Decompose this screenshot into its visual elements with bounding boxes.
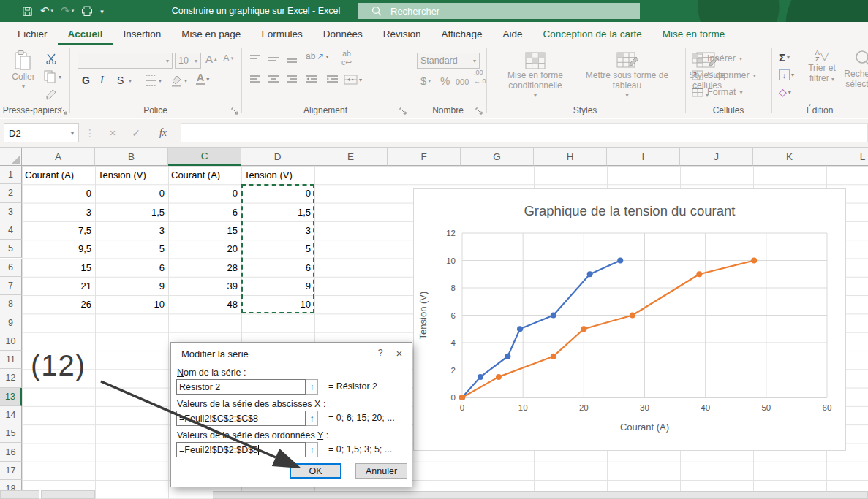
align-right-button[interactable] [286, 75, 298, 84]
row-header-2[interactable]: 2 [0, 184, 22, 202]
save-icon[interactable] [22, 6, 33, 17]
undo-caret-icon[interactable]: ▾ [51, 8, 54, 14]
cell-C5[interactable]: 20 [168, 240, 241, 258]
clear-button[interactable]: ◇ ▾ [779, 86, 791, 98]
row-header-1[interactable]: 1 [0, 166, 22, 184]
print-preview-icon[interactable] [81, 6, 93, 17]
decrease-decimal-button[interactable]: .00 [474, 69, 483, 76]
cell-B1[interactable]: Tension (V) [95, 166, 168, 184]
paste-button[interactable]: Coller ▾ [7, 50, 39, 92]
cell-A8[interactable]: 26 [22, 295, 95, 313]
series-y-input[interactable]: =Feuil2!$D$2:$D$8 [176, 442, 306, 457]
row-header-15[interactable]: 15 [0, 424, 22, 443]
sheet-nav-strip[interactable] [0, 490, 39, 499]
series-x-range-button[interactable]: ↑ [306, 411, 318, 426]
font-size-select[interactable]: 10▾ [175, 53, 201, 69]
chart-object[interactable]: 0102030405060024681012Graphique de la te… [413, 188, 846, 451]
row-header-11[interactable]: 11 [0, 351, 22, 369]
column-header-A[interactable]: A [22, 148, 95, 166]
name-box-caret-icon[interactable]: ▾ [71, 130, 74, 137]
cell-A7[interactable]: 21 [22, 277, 95, 295]
row-header-9[interactable]: 9 [0, 313, 22, 332]
thousands-format-button[interactable]: 000 [456, 77, 469, 86]
fill-button[interactable]: ↓ ▾ [779, 69, 794, 80]
insert-cells-button[interactable]: Insérer ▾ [692, 53, 742, 64]
name-box[interactable]: D2 ▾ [4, 123, 79, 142]
formula-bar-grip-icon[interactable]: ⋮ [85, 123, 95, 142]
column-header-D[interactable]: D [241, 148, 314, 166]
underline-caret-icon[interactable]: ▾ [129, 77, 132, 84]
merge-center-button[interactable]: ▾ [344, 75, 362, 85]
borders-button[interactable]: ▾ [145, 75, 162, 87]
format-as-table-button[interactable]: Mettre sous forme de tableau ▾ [581, 51, 673, 101]
dialog-close-button[interactable]: × [391, 347, 407, 360]
cell-A4[interactable]: 7,5 [22, 221, 95, 240]
align-middle-button[interactable] [268, 54, 279, 64]
row-header-16[interactable]: 16 [0, 443, 22, 462]
cell-C3[interactable]: 6 [168, 203, 241, 221]
align-left-button[interactable] [249, 75, 261, 84]
series-name-range-button[interactable]: ↑ [306, 379, 318, 395]
number-format-select[interactable]: Standard▾ [417, 53, 480, 69]
column-header-E[interactable]: E [314, 148, 388, 166]
tab-mise-en-page[interactable]: Mise en page [171, 22, 251, 45]
police-dialog-launcher-icon[interactable] [231, 107, 238, 117]
horizontal-scrollbar[interactable] [213, 491, 868, 499]
cell-A1[interactable]: Courant (A) [22, 166, 95, 184]
tab-conception-de-la-carte[interactable]: Conception de la carte [533, 22, 652, 45]
column-header-I[interactable]: I [607, 148, 680, 166]
align-bottom-button[interactable] [286, 54, 298, 64]
tab-insertion[interactable]: Insertion [113, 22, 172, 45]
fill-color-button[interactable]: ▾ [170, 75, 187, 87]
cancel-button[interactable]: Annuler [355, 463, 407, 479]
row-header-13[interactable]: 13 [0, 388, 22, 406]
currency-format-button[interactable]: $▾ [420, 75, 431, 87]
column-header-H[interactable]: H [534, 148, 607, 166]
tab-fichier[interactable]: Fichier [7, 22, 58, 45]
series-y-range-button[interactable]: ↑ [306, 442, 318, 457]
ok-button[interactable]: OK [290, 463, 341, 479]
tab-affichage[interactable]: Affichage [431, 22, 492, 45]
copy-button[interactable]: ▾ [44, 70, 61, 83]
tab-accueil[interactable]: Accueil [58, 22, 113, 45]
align-top-button[interactable] [249, 54, 261, 64]
font-name-select[interactable]: ▾ [78, 53, 173, 69]
cell-C2[interactable]: 0 [168, 184, 241, 202]
column-header-F[interactable]: F [388, 148, 461, 166]
cell-B3[interactable]: 1,5 [95, 203, 168, 221]
cancel-entry-button[interactable]: × [104, 123, 121, 142]
cell-A2[interactable]: 0 [22, 184, 95, 202]
nombre-dialog-launcher-icon[interactable] [475, 107, 483, 117]
cell-A3[interactable]: 3 [22, 203, 95, 221]
grow-font-button[interactable]: A▴ [205, 53, 217, 65]
tab-aide[interactable]: Aide [493, 22, 533, 45]
cell-C1[interactable]: Courant (A) [168, 166, 241, 184]
column-header-B[interactable]: B [95, 148, 168, 166]
italic-button[interactable]: I [100, 75, 104, 86]
tab-formules[interactable]: Formules [251, 22, 312, 45]
percent-format-button[interactable]: % [440, 75, 450, 87]
cell-C4[interactable]: 15 [168, 221, 241, 240]
decrease-indent-button[interactable] [306, 75, 318, 84]
row-header-7[interactable]: 7 [0, 277, 22, 295]
delete-cells-button[interactable]: Supprimer ▾ [692, 70, 756, 80]
series-name-input[interactable]: Résistor 2 [176, 379, 306, 395]
format-cells-button[interactable]: Format ▾ [692, 87, 743, 97]
column-header-C[interactable]: C [168, 148, 241, 166]
autosum-button[interactable]: Σ ▾ [779, 51, 790, 64]
sheet-tab-strip[interactable] [41, 490, 95, 499]
customize-qat-icon[interactable]: ▾ [100, 7, 104, 15]
row-header-8[interactable]: 8 [0, 295, 22, 313]
tab-mise-en-forme[interactable]: Mise en forme [652, 22, 736, 45]
cell-D1[interactable]: Tension (V) [241, 166, 314, 184]
cell-C8[interactable]: 48 [168, 295, 241, 313]
column-header-J[interactable]: J [680, 148, 753, 166]
insert-function-button[interactable]: fx [154, 123, 173, 142]
cut-button[interactable] [45, 53, 57, 64]
row-header-12[interactable]: 12 [0, 369, 22, 387]
formula-input[interactable] [181, 123, 868, 142]
find-select-button[interactable]: Recherch sélection [841, 50, 868, 89]
cell-A6[interactable]: 15 [22, 259, 95, 277]
orientation-button[interactable]: ab↗ ▾ [306, 51, 328, 61]
series-x-input[interactable]: =Feuil2!$C$2:$C$8 [176, 411, 306, 426]
